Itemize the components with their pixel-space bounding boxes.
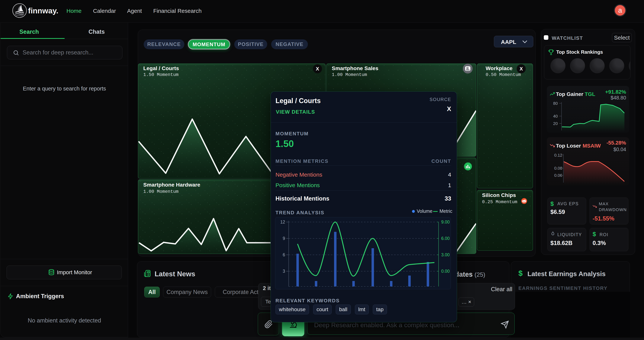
svg-text:3.00: 3.00: [441, 252, 450, 257]
svg-text:3: 3: [283, 269, 285, 274]
svg-text:0.00: 0.00: [441, 269, 450, 274]
svg-text:0.06: 0.06: [554, 173, 562, 178]
svg-text:20: 20: [553, 121, 558, 126]
svg-text:0.08: 0.08: [554, 166, 562, 171]
svg-text:0.12: 0.12: [554, 153, 562, 158]
svg-text:40: 40: [553, 114, 558, 119]
svg-text:6.00: 6.00: [441, 236, 450, 241]
svg-text:9.00: 9.00: [441, 220, 450, 224]
svg-text:6: 6: [283, 252, 285, 257]
svg-text:80: 80: [553, 101, 558, 106]
svg-text:9: 9: [283, 236, 285, 241]
svg-text:12: 12: [280, 220, 285, 224]
